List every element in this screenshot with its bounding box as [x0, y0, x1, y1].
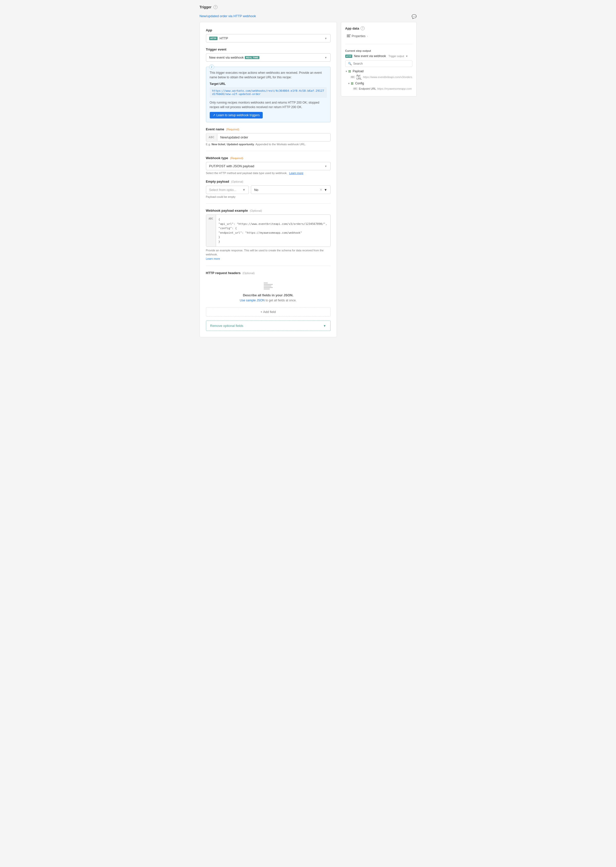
empty-payload-value: No [254, 188, 258, 192]
svg-rect-4 [264, 288, 270, 290]
http-headers-optional: (Optional) [242, 271, 255, 274]
empty-payload-clear-icon[interactable]: ✕ [319, 188, 322, 192]
event-name: New event via webhook [209, 55, 244, 59]
config-collapse-arrow[interactable]: ▼ [348, 82, 350, 85]
payload-group-label: Payload [352, 69, 363, 73]
api-url-abc-badge: ABC [350, 76, 355, 79]
http-headers-label: HTTP request headers (Optional) [206, 271, 331, 275]
webhook-payload-label: Webhook payload example (Optional) [206, 209, 331, 213]
app-section: App HTTP HTTP ▼ [206, 28, 331, 43]
config-header: ▼ Config [348, 81, 364, 86]
endpoint-url-abc-badge: ABC [353, 87, 358, 90]
webhook-type-required: (Required) [230, 157, 243, 160]
trigger-event-select[interactable]: New event via webhook REAL TIME ▼ [206, 53, 331, 61]
empty-payload-row: Select from optio... ▼ No ✕ ▼ [206, 185, 331, 194]
svg-rect-0 [264, 282, 268, 284]
app-select-chevron: ▼ [325, 37, 327, 40]
properties-label: Properties [352, 35, 366, 38]
event-name-hint: E.g. New ticket, Updated opportunity. Ap… [206, 143, 331, 146]
trigger-event-label: Trigger event [206, 47, 331, 51]
target-url-label: Target URL [210, 82, 327, 86]
config-grid-icon [351, 82, 354, 85]
empty-payload-section: Empty payload (Optional) Select from opt… [206, 180, 331, 198]
empty-payload-label: Empty payload (Optional) [206, 180, 331, 183]
empty-payload-select-chevron: ▼ [242, 188, 245, 192]
event-name-input-wrapper: ABC [206, 133, 331, 142]
search-icon: 🔍 [348, 62, 352, 65]
app-data-header: App data ? [345, 26, 412, 30]
learn-webhook-btn[interactable]: ↗ Learn to setup webhook triggers [210, 112, 263, 118]
endpoint-url-label: Endpoint URL [359, 87, 376, 90]
app-name: HTTP [220, 36, 228, 40]
event-name-section: Event name (Required) ABC E.g. New ticke… [206, 127, 331, 146]
properties-arrow: › [367, 35, 368, 38]
api-url-item[interactable]: ABC Api URL https://www.eventbriteapi.co… [350, 74, 412, 80]
api-url-label: Api URL [356, 74, 362, 80]
step-dropdown-arrow[interactable]: ▼ [405, 55, 408, 58]
trigger-output-badge: Trigger output [388, 55, 404, 58]
comment-icon[interactable]: 💬 [412, 14, 416, 19]
event-name-section-label: Event name (Required) [206, 127, 331, 131]
search-box: 🔍 [345, 60, 412, 67]
empty-state-icon [206, 282, 331, 291]
payload-collapse-arrow[interactable]: ▼ [345, 70, 348, 73]
payload-learn-more[interactable]: Learn more [206, 257, 220, 260]
http-headers-section: HTTP request headers (Optional) Describe… [206, 271, 331, 302]
list-icon [347, 35, 351, 38]
empty-payload-hint: Payload could be empty [206, 195, 331, 198]
webhook-payload-section: Webhook payload example (Optional) ABC {… [206, 209, 331, 261]
empty-payload-value-select[interactable]: No ✕ ▼ [251, 185, 330, 194]
webhook-type-chevron: ▼ [325, 165, 327, 168]
trigger-event-chevron: ▼ [325, 56, 327, 59]
event-name-required: (Required) [226, 128, 239, 131]
webhook-type-section: Webhook type (Required) PUT/POST with JS… [206, 156, 331, 175]
svg-rect-1 [264, 284, 273, 285]
use-sample-json-link[interactable]: Use sample JSON [240, 299, 265, 302]
remove-optional-chevron: ▼ [323, 324, 326, 328]
add-field-btn[interactable]: + Add field [206, 307, 331, 317]
empty-state-hint: Use sample JSON to get all fields at onc… [206, 299, 331, 302]
event-name-prefix: ABC [206, 134, 217, 141]
trigger-help-icon[interactable]: ? [214, 5, 217, 9]
svg-rect-3 [264, 287, 273, 288]
api-url-value: https://www.eventbriteapi.com/v3/orders. [363, 76, 413, 79]
app-badge: HTTP [209, 36, 218, 40]
app-data-title: App data [345, 27, 359, 30]
endpoint-url-item[interactable]: ABC Endpoint URL https://myawesomeapp.co… [353, 87, 412, 91]
config-group-label: Config [355, 82, 364, 85]
webhook-type-select[interactable]: PUT/POST with JSON payload ▼ [206, 162, 331, 170]
payload-grid-icon [349, 70, 352, 73]
app-data-help-icon[interactable]: ? [361, 26, 365, 30]
trigger-event-section: Trigger event New event via webhook REAL… [206, 47, 331, 61]
code-content[interactable]: { "api_url": "https://www.eventbriteapi.… [216, 215, 330, 247]
config-group: ▼ Config ABC Endpoint URL https://myawes… [348, 80, 412, 91]
webhook-type-learn-more[interactable]: Learn more [289, 172, 303, 175]
empty-state-title: Describe all fields in your JSON. [206, 293, 331, 297]
search-input[interactable] [353, 62, 410, 65]
webhook-type-value: PUT/POST with JSON payload [209, 164, 255, 168]
step-http-badge: HTTP [345, 55, 352, 58]
tree-payload-header: ▼ Payload [345, 69, 412, 74]
step-trigger-name: New event via webhook [354, 54, 386, 58]
event-name-input[interactable] [217, 133, 330, 141]
target-url-value: https://www.workato.com/webhooks/rest/4c… [210, 87, 327, 98]
remove-optional-btn[interactable]: Remove optional fields ▼ [206, 321, 331, 331]
app-select[interactable]: HTTP HTTP ▼ [206, 34, 331, 43]
info-text: This trigger executes recipe actions whe… [210, 71, 327, 80]
properties-link[interactable]: Properties › [345, 33, 412, 39]
add-field-label: + Add field [261, 310, 276, 314]
current-step-label: Current step output [345, 49, 412, 52]
info-box: i This trigger executes recipe actions w… [206, 67, 331, 122]
empty-payload-optional: (Optional) [231, 180, 243, 183]
code-prefix: ABC [206, 215, 216, 247]
empty-payload-select[interactable]: Select from optio... ▼ [206, 186, 249, 194]
step-trigger: HTTP New event via webhook Trigger outpu… [345, 54, 412, 58]
webhook-type-label: Webhook type (Required) [206, 156, 331, 160]
svg-rect-2 [264, 285, 271, 287]
trigger-breadcrumb-link[interactable]: New/updated order via HTTP webhook [200, 14, 256, 18]
info-icon: i [209, 65, 214, 69]
webhook-payload-optional: (Optional) [250, 209, 262, 212]
payload-provide-hint: Provide an example response. This will b… [206, 248, 331, 261]
external-link-icon: ↗ [213, 113, 215, 117]
webhook-payload-code[interactable]: ABC { "api_url": "https://www.eventbrite… [206, 214, 331, 247]
